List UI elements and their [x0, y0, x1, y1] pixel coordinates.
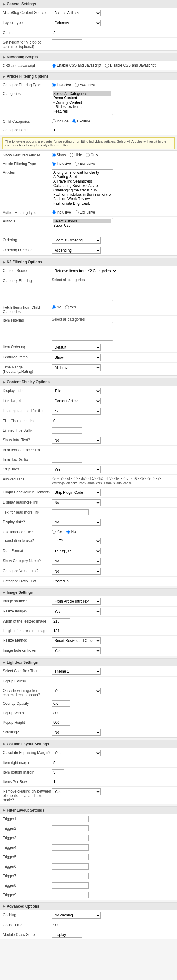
field-control — [52, 628, 174, 634]
field-label: Fetch Items from Child Categories — [3, 304, 52, 314]
section-image-settings: ▶Image SettingsImage source?From Article… — [0, 589, 177, 656]
section-header-general-settings[interactable]: ▶General Settings — [0, 0, 177, 8]
field-label: Content Source — [3, 267, 52, 273]
section-header-filter-layout[interactable]: ▶Filter Layout Settings — [0, 807, 177, 814]
section-header-advanced-options[interactable]: ▶Advanced Options — [0, 903, 177, 910]
field-label: Display Title — [3, 388, 52, 393]
field-label: Trigger1 — [3, 816, 52, 821]
form-row: Use language file?YesNo — [0, 527, 177, 536]
section-header-lightbox-settings[interactable]: ▶Lightbox Settings — [0, 659, 177, 667]
form-row: Cache Time — [0, 921, 177, 930]
form-row: Trigger8 — [0, 881, 177, 890]
form-row: Author Filtering TypeInclusiveExclusive — [0, 208, 177, 216]
section-column-layout: ▶Column Layout SettingsCalculate Equalis… — [0, 740, 177, 804]
field-control: InclusiveExclusive — [52, 210, 174, 215]
section-header-k2-filtering[interactable]: ▶K2 Filtering Options — [0, 258, 177, 266]
field-control: IncludeExclude — [52, 118, 174, 123]
field-control — [52, 873, 174, 879]
form-row: Trigger6 — [0, 862, 177, 871]
field-label: Use language file? — [3, 529, 52, 534]
form-row: Category Filtering TypeInclusiveExclusiv… — [0, 80, 177, 89]
field-label: Intro Text Suffix — [3, 457, 52, 462]
field-label: Module Class Suffix — [3, 932, 52, 937]
field-control: Yes — [52, 788, 174, 795]
field-control — [52, 127, 174, 133]
field-label: Category Name Link? — [3, 568, 52, 573]
section-arrow: ▶ — [3, 591, 5, 594]
field-label: Trigger2 — [3, 826, 52, 830]
section-title: Advanced Options — [7, 904, 39, 908]
section-arrow: ▶ — [3, 261, 5, 264]
field-label: Image fade on hover — [3, 648, 52, 652]
field-label: MicroBlog Content Source — [3, 10, 52, 15]
field-control — [52, 922, 174, 928]
field-control: Joomla! Ordering — [52, 237, 174, 243]
form-row: Display TitleTitle — [0, 386, 177, 396]
field-label: Trigger6 — [3, 864, 52, 869]
form-row: Trigger7 — [0, 871, 177, 881]
section-header-content-display[interactable]: ▶Content Display Options — [0, 378, 177, 386]
field-label: Show Category Name? — [3, 558, 52, 563]
field-control: LdFY — [52, 538, 174, 544]
section-header-article-filtering[interactable]: ▶Article Filtering Options — [0, 73, 177, 80]
field-control: No — [52, 558, 174, 565]
form-row: Remove clearing div between elements in … — [0, 787, 177, 803]
section-general-settings: ▶General SettingsMicroBlog Content Sourc… — [0, 0, 177, 51]
field-control: Content Article — [52, 398, 174, 404]
field-label: Item Filtering — [3, 317, 52, 323]
field-control: Select AuthorsSuper User — [52, 218, 174, 234]
form-row: Trigger9 — [0, 890, 177, 900]
form-row: Time Range (Popularity/Rating)All Time — [0, 363, 177, 375]
field-control — [52, 509, 174, 515]
form-row: Items Per Row — [0, 777, 177, 787]
field-control: Retrieve items from K2 Categories — [52, 267, 174, 274]
field-label: Plugin Behaviour in Content? — [3, 489, 52, 494]
form-row: Image source?From Article IntroText — [0, 597, 177, 606]
field-label: Ordering Direction — [3, 247, 52, 252]
field-label: Categories — [3, 91, 52, 96]
field-label: Articles — [3, 169, 52, 175]
field-control: No — [52, 437, 174, 444]
section-title: Image Settings — [7, 590, 33, 595]
form-row: Calculate Equalising Margin?Yes — [0, 748, 177, 758]
field-label: Author Filtering Type — [3, 210, 52, 215]
field-control: <p> <a> <ul> <li> <div> <h1> <h2> <h3> <… — [52, 476, 174, 486]
field-control — [52, 932, 174, 938]
form-row: CachingNo caching — [0, 910, 177, 921]
field-control: Show — [52, 354, 174, 361]
field-control — [52, 835, 174, 841]
form-row: Overlay Opacity — [0, 699, 177, 708]
field-label: Scrolling? — [3, 729, 52, 734]
form-row: Width of the resized image — [0, 617, 177, 626]
form-row: Text for read more link — [0, 508, 177, 517]
section-header-microblog-scripts[interactable]: ▶Microblog Scripts — [0, 53, 177, 61]
section-body: Calculate Equalising Margin?YesItem righ… — [0, 748, 177, 803]
section-header-image-settings[interactable]: ▶Image Settings — [0, 589, 177, 597]
section-header-column-layout[interactable]: ▶Column Layout Settings — [0, 740, 177, 748]
field-label: Resize Method — [3, 637, 52, 643]
field-label: Display readmore link — [3, 499, 52, 504]
field-label: Popup Gallery — [3, 678, 52, 683]
field-control — [52, 700, 174, 706]
field-label: Only show image from content item in pop… — [3, 687, 52, 697]
field-label: Category Prefix Text — [3, 578, 52, 583]
form-row: Resize MethodSmart Resize and Crop — [0, 636, 177, 646]
field-control: Select All CategoriesDemo Content- Dummy… — [52, 91, 174, 115]
field-label: Trigger4 — [3, 845, 52, 850]
section-arrow: ▶ — [3, 742, 5, 746]
form-row: Strip TagsYes — [0, 465, 177, 475]
field-label: Featured Items — [3, 354, 52, 359]
field-control — [52, 845, 174, 851]
field-label: Limited Title Suffix — [3, 427, 52, 433]
form-row: Select ColorBox ThemeTheme 1 — [0, 667, 177, 676]
form-row: Module Class Suffix — [0, 930, 177, 939]
form-row: Popup Gallery — [0, 676, 177, 686]
field-label: Image source? — [3, 598, 52, 603]
section-k2-filtering: ▶K2 Filtering OptionsContent SourceRetri… — [0, 258, 177, 375]
form-row: Show Featured ArticlesShowHideOnly — [0, 151, 177, 159]
field-label: Allowed Tags — [3, 476, 52, 481]
field-control — [52, 678, 174, 684]
field-control: h2 — [52, 408, 174, 415]
field-control: Yes — [52, 687, 174, 694]
form-row: Popup Width — [0, 708, 177, 718]
